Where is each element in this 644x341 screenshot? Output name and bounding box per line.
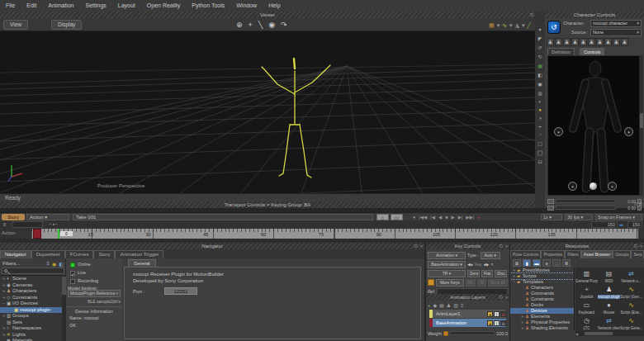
tree-item[interactable]: −▣I/O Devices — [0, 301, 62, 307]
weight-slider[interactable] — [450, 331, 495, 335]
character-body-view[interactable]: ▾ ▾ ▾ ▾ — [547, 55, 640, 196]
side-tool-icon[interactable]: ↺ — [537, 45, 542, 50]
side-tool-icon[interactable]: ↻ — [537, 54, 542, 59]
sync-all-button[interactable]: Sync All — [488, 279, 508, 287]
zero-button[interactable]: Zero — [467, 270, 480, 277]
view-menu-button[interactable]: View — [3, 20, 28, 30]
asset-view-icon[interactable]: ≡ — [542, 259, 551, 267]
pose-icon[interactable]: ♟ — [596, 38, 604, 46]
side-tool-icon[interactable]: ⊡ — [537, 159, 542, 164]
key-controls-corner-icons[interactable]: ⊡ × — [500, 243, 509, 249]
viewer-display-icon[interactable]: ▾ — [509, 21, 513, 30]
keyframe-button[interactable] — [428, 279, 434, 286]
navigator-search-input[interactable] — [2, 268, 64, 274]
asset-thumbnail[interactable]: ⇄Network u... — [620, 269, 642, 285]
transform-tool-icon[interactable]: ◉ — [268, 20, 275, 31]
character-select[interactable]: mocopi character▾ — [590, 20, 642, 27]
animation-layers-corner-icons[interactable]: ⊡ × — [500, 294, 509, 301]
more-keys-button[interactable]: More Keys — [436, 279, 464, 287]
playback-button[interactable]: ▶ — [451, 214, 454, 220]
source-select[interactable]: None▾ — [590, 29, 642, 36]
ik-button[interactable]: IK — [477, 279, 486, 287]
asset-thumbnail[interactable]: ⇄Network clien... — [598, 316, 620, 331]
side-tool-icon[interactable]: ▾ — [538, 26, 541, 32]
left-hand-control-button[interactable]: ▾ — [554, 127, 563, 136]
side-tool-icon[interactable]: ◧ — [537, 72, 542, 78]
solo-icon[interactable]: I — [494, 311, 500, 317]
filter-toggle-icon[interactable]: ◧ — [59, 261, 64, 267]
resources-tab[interactable]: Sets — [631, 250, 644, 258]
asset-tree-item[interactable]: ♟Constraints — [510, 296, 574, 302]
asset-tree-item[interactable]: ♟Decks — [510, 302, 574, 308]
fk-button[interactable]: FK — [466, 279, 476, 287]
menu-item[interactable]: Window — [230, 0, 263, 12]
asset-thumbnail[interactable]: ●Mouse — [598, 301, 620, 316]
layer-tool-icon[interactable]: ▥ — [453, 302, 458, 308]
left-foot-control-button[interactable]: ▾ — [568, 182, 577, 191]
asset-view-icon[interactable]: ≣ — [562, 259, 571, 267]
timeline-clip-marker[interactable] — [33, 229, 41, 239]
resources-tab[interactable]: Groups — [613, 250, 631, 258]
playback-speed-dropdown[interactable]: 1x ▾ — [541, 214, 562, 220]
navigator-title-bar[interactable]: Navigator ⊡ × — [0, 243, 424, 249]
asset-thumbnail[interactable]: ∿Script Gene... — [620, 316, 642, 331]
playback-button[interactable]: ● — [413, 214, 415, 220]
navigator-tab[interactable]: Animation Trigger — [115, 250, 163, 258]
scroll-left-arrow[interactable]: ◀ — [575, 332, 578, 336]
navigator-corner-icons[interactable]: ⊡ × — [414, 243, 424, 249]
side-tool-icon[interactable]: ◒ — [538, 124, 542, 129]
layer-tool-icon[interactable]: ◆ — [433, 302, 438, 308]
navigator-tab[interactable]: Dopesheet — [31, 250, 65, 258]
asset-tree-item[interactable]: +▰PrevizMovies — [510, 268, 574, 273]
3d-viewport[interactable] — [0, 31, 535, 193]
side-tool-icon[interactable]: ▦ — [537, 63, 542, 69]
side-tool-icon[interactable]: ◍ — [537, 90, 542, 96]
layer-tool-icon[interactable]: ▤ — [439, 302, 444, 308]
playback-button[interactable]: ▶▶| — [466, 214, 474, 220]
character-panel-scrollbar[interactable] — [640, 55, 643, 196]
asset-thumbnail[interactable]: ▭Keyboard — [575, 301, 598, 316]
prev-key-button[interactable]: ◀● — [467, 262, 473, 267]
resources-corner-icons[interactable]: ⊡ × — [634, 243, 644, 249]
viewer-display-icon[interactable]: ∿ — [502, 21, 507, 30]
tree-item[interactable]: ▤Sets — [0, 320, 62, 326]
asset-tree-item[interactable]: ♟Devices — [510, 308, 574, 314]
side-tool-icon[interactable]: ◯ — [537, 149, 543, 155]
side-tool-icon[interactable]: ● — [538, 107, 542, 112]
tab-controls[interactable]: Controls — [580, 48, 604, 55]
pose-icon[interactable]: ♟ — [580, 38, 587, 46]
viewer-display-icon[interactable]: ▦ — [489, 21, 495, 30]
right-hand-control-button[interactable]: ▾ — [624, 127, 633, 136]
delete-key-button[interactable]: × — [490, 262, 493, 267]
menu-item[interactable]: Settings — [79, 0, 111, 12]
viewer-title-bar[interactable]: Viewer ⊡ — [0, 12, 535, 18]
asset-thumbnail[interactable]: ▤MIDI — [598, 269, 620, 285]
resources-tab[interactable]: Asset Browser — [581, 250, 613, 258]
asset-tree-item[interactable]: +▰Scripts — [510, 273, 574, 279]
asset-tree-item[interactable]: +♟Physical Properties — [510, 320, 574, 325]
side-tool-icon[interactable]: ▣ — [537, 81, 542, 87]
viewer-display-icon[interactable]: ╱ — [527, 21, 530, 30]
loop-end-field[interactable]: 150 — [627, 221, 642, 228]
range-end-field[interactable]: 150 — [591, 221, 618, 228]
display-menu-button[interactable]: Display — [51, 20, 82, 30]
playback-button[interactable]: ▶| — [458, 214, 463, 220]
menu-item[interactable]: Python Tools — [186, 0, 230, 12]
frame-field[interactable] — [12, 221, 43, 228]
animation-menu-button[interactable]: Animation ▾ — [428, 252, 466, 259]
base-animation-dropdown[interactable]: BaseAnimation ▾ — [428, 261, 466, 268]
pose-icon[interactable]: ♟ — [588, 38, 595, 46]
disc-button[interactable]: Disc. — [495, 270, 507, 277]
scrollbar-thumb[interactable] — [640, 113, 643, 128]
weight-key-button[interactable] — [443, 331, 448, 336]
solo-icon[interactable]: I — [494, 320, 500, 326]
menu-item[interactable]: Layout — [112, 0, 141, 12]
asset-grid-hscrollbar[interactable]: ◀ — [575, 331, 644, 336]
layout-toggle-split[interactable]: ▯▯ — [391, 214, 403, 220]
right-foot-control-button[interactable]: ▾ — [608, 182, 617, 191]
tree-item[interactable]: ▣mocopi plugin — [0, 307, 62, 314]
asset-view-icon[interactable]: ▮ — [523, 259, 531, 267]
asset-tree-item[interactable]: ♟Characters — [510, 285, 574, 291]
transform-tool-icon[interactable]: ↷ — [281, 20, 287, 31]
port-input[interactable]: 12351 — [164, 287, 197, 295]
